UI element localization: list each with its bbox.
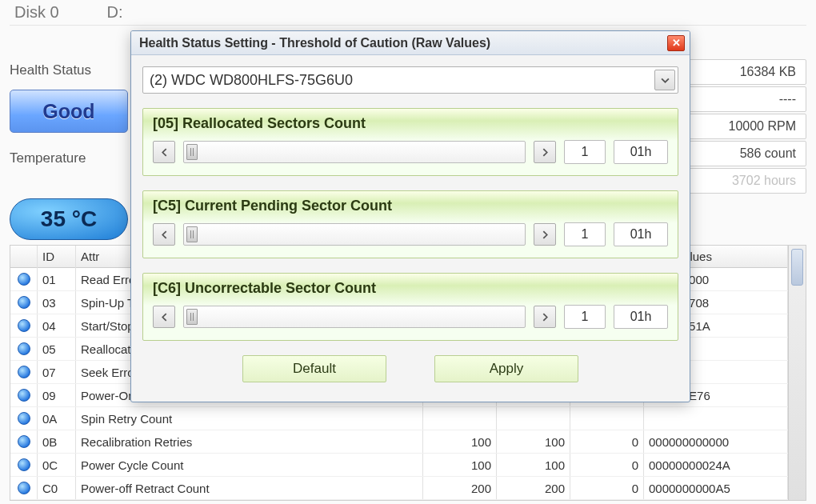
chevron-down-icon: [661, 76, 670, 85]
threshold-hex: 01h: [614, 140, 668, 164]
section-title: [C6] Uncorrectable Sector Count: [153, 280, 668, 302]
threshold-dialog: Health Status Setting - Threshold of Cau…: [130, 30, 690, 402]
table-row[interactable]: C1Load/Unload Cycle Count200200000000000…: [10, 500, 788, 501]
chevron-right-icon: [541, 230, 550, 239]
row-worst: 200: [497, 477, 570, 499]
threshold-slider[interactable]: [183, 223, 526, 246]
row-attr: Power-off Retract Count: [76, 477, 423, 499]
dialog-titlebar[interactable]: Health Status Setting - Threshold of Cau…: [131, 31, 690, 55]
table-row[interactable]: 0CPower Cycle Count100100000000000024A: [10, 454, 788, 477]
slider-increment[interactable]: [534, 223, 556, 246]
col-id[interactable]: ID: [38, 246, 76, 268]
table-scrollbar[interactable]: [788, 246, 806, 500]
section-title: [C5] Current Pending Sector Count: [153, 198, 668, 219]
chevron-left-icon: [160, 148, 169, 157]
chevron-left-icon: [160, 313, 169, 322]
row-threshold: 0: [570, 500, 644, 501]
row-id: 05: [38, 338, 76, 360]
status-orb-icon: [18, 366, 30, 378]
table-row[interactable]: C0Power-off Retract Count200200000000000…: [10, 477, 788, 500]
row-current: 100: [423, 430, 497, 453]
row-worst: 200: [497, 500, 570, 501]
row-worst: [497, 407, 570, 430]
chevron-left-icon: [160, 230, 169, 239]
row-attr: Load/Unload Cycle Count: [76, 500, 423, 501]
slider-increment[interactable]: [534, 141, 556, 163]
dropdown-button[interactable]: [654, 70, 675, 90]
row-id: 03: [38, 291, 76, 314]
status-orb-icon: [18, 273, 30, 286]
threshold-value[interactable]: 1: [564, 140, 606, 164]
slider-decrement[interactable]: [153, 306, 175, 328]
row-threshold: 0: [570, 454, 644, 476]
disk-strip: Disk 0 D:: [10, 0, 806, 26]
table-row[interactable]: 0BRecalibration Retries10010000000000000…: [10, 430, 788, 454]
dialog-title: Health Status Setting - Threshold of Cau…: [139, 36, 490, 50]
drive-select-value: (2) WDC WD800HLFS-75G6U0: [150, 72, 353, 89]
row-id: C1: [38, 500, 76, 501]
status-orb-icon: [18, 458, 30, 471]
slider-increment[interactable]: [534, 306, 556, 328]
chevron-right-icon: [541, 313, 550, 322]
scrollbar-thumb[interactable]: [791, 249, 803, 286]
disk-label: Disk 0: [14, 3, 59, 22]
health-status-label: Health Status: [10, 59, 131, 90]
chevron-right-icon: [541, 148, 550, 157]
threshold-slider[interactable]: [183, 141, 526, 163]
row-raw: [644, 407, 788, 430]
slider-decrement[interactable]: [153, 223, 175, 246]
row-threshold: 0: [570, 477, 644, 499]
section-title: [05] Reallocated Sectors Count: [153, 115, 668, 137]
row-current: 200: [423, 477, 497, 499]
stat-buffer: 16384 KB: [680, 59, 806, 85]
status-orb-icon: [18, 435, 30, 448]
row-attr: Spin Retry Count: [76, 407, 423, 430]
row-current: 100: [423, 454, 497, 476]
row-worst: 100: [497, 454, 570, 476]
row-raw: 000000000000: [644, 430, 788, 453]
slider-decrement[interactable]: [153, 141, 175, 163]
stat-dashes: ----: [680, 86, 806, 112]
row-id: C0: [38, 477, 76, 499]
drive-select[interactable]: (2) WDC WD800HLFS-75G6U0: [142, 66, 678, 94]
row-current: [423, 407, 497, 430]
status-orb-icon: [18, 342, 30, 355]
threshold-section: [05] Reallocated Sectors Count101h: [142, 108, 678, 176]
temperature-label: Temperature: [10, 133, 131, 178]
slider-thumb[interactable]: [186, 144, 198, 160]
row-id: 0B: [38, 430, 76, 453]
row-id: 09: [38, 384, 76, 406]
row-raw: 00000000024A: [644, 454, 788, 476]
threshold-hex: 01h: [614, 222, 668, 246]
apply-button[interactable]: Apply: [434, 355, 578, 382]
status-orb-icon: [18, 296, 30, 309]
row-raw: 00000000051A: [644, 500, 788, 501]
threshold-hex: 01h: [614, 305, 668, 329]
status-orb-icon: [18, 319, 30, 332]
table-row[interactable]: 0ASpin Retry Count: [10, 407, 788, 430]
threshold-value[interactable]: 1: [564, 305, 606, 329]
row-id: 0A: [38, 407, 76, 430]
threshold-slider[interactable]: [183, 306, 526, 328]
row-current: 200: [423, 500, 497, 501]
row-attr: Power Cycle Count: [76, 454, 423, 476]
row-threshold: [570, 407, 644, 430]
threshold-value[interactable]: 1: [564, 222, 606, 246]
row-id: 0C: [38, 454, 76, 476]
stat-hours: 3702 hours: [680, 168, 806, 194]
row-threshold: 0: [570, 430, 644, 453]
drive-letter: D:: [107, 3, 123, 22]
temperature-pill[interactable]: 35 °C: [10, 198, 128, 240]
row-id: 07: [38, 361, 76, 383]
health-status-pill[interactable]: Good: [10, 90, 128, 133]
stat-count: 586 count: [680, 141, 806, 166]
row-worst: 100: [497, 430, 570, 453]
slider-thumb[interactable]: [186, 309, 198, 325]
status-orb-icon: [18, 482, 30, 494]
threshold-section: [C5] Current Pending Sector Count101h: [142, 190, 678, 258]
row-attr: Recalibration Retries: [76, 430, 423, 453]
default-button[interactable]: Default: [242, 355, 386, 382]
status-orb-icon: [18, 389, 30, 402]
close-button[interactable]: ✕: [667, 35, 685, 51]
slider-thumb[interactable]: [186, 226, 198, 242]
